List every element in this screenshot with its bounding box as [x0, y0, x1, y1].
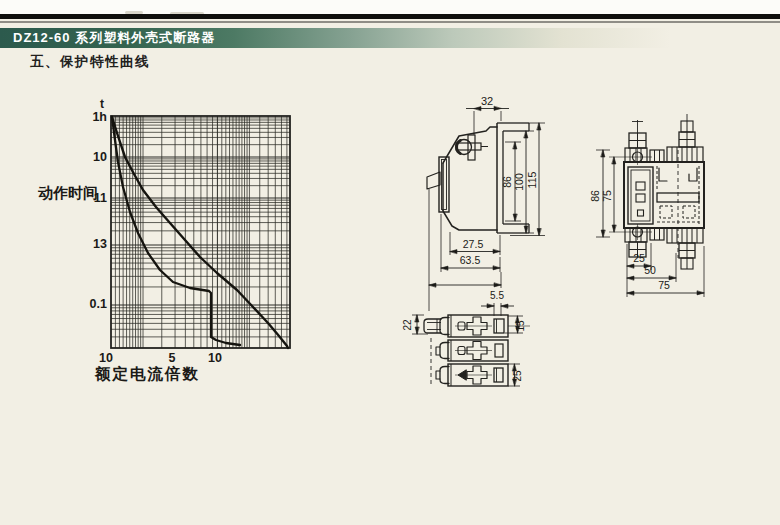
x-tick-10-right: 10: [208, 351, 222, 365]
bottom-view-drawing: 5.5152522: [402, 290, 530, 387]
dim-label: 32: [481, 95, 493, 107]
y-tick-10: 10: [76, 150, 107, 164]
dim-label: 50: [644, 264, 656, 276]
dim-label: 75: [658, 279, 670, 291]
x-axis-title: 额定电流倍数: [95, 364, 200, 385]
dim-label: 27.5: [463, 238, 484, 250]
line-art-canvas: 328610011527.563.586752550755.5152522: [0, 0, 780, 525]
front-view-drawing: 8675255075: [589, 114, 704, 297]
dim-label: 25: [633, 252, 645, 264]
y-tick-13: 13: [76, 237, 107, 251]
dim-label: 100: [513, 173, 525, 191]
dim-label: 86: [501, 176, 513, 188]
dim-label: 63.5: [460, 254, 481, 266]
y-axis-title-vertical: 动作时间: [38, 182, 55, 204]
y-tick-1h: 1h: [76, 110, 107, 124]
side-view-drawing: 328610011527.563.5: [427, 95, 545, 312]
dim-label: 5.5: [490, 290, 504, 301]
dim-label: 75: [601, 190, 613, 202]
dim-label: 115: [526, 171, 538, 188]
dim-label: 86: [589, 190, 601, 202]
y-axis-symbol: t: [100, 97, 104, 111]
dim-label: 25: [512, 370, 523, 382]
x-tick-10-left: 10: [99, 351, 113, 365]
x-tick-5: 5: [169, 351, 176, 365]
catalog-page: DZ12-60 系列塑料外壳式断路器 五、保护特性曲线 328610011527…: [0, 0, 780, 525]
y-tick-0-1: 0.1: [76, 297, 107, 311]
protection-curve-chart: [111, 116, 290, 348]
dim-label: 15: [515, 320, 526, 332]
dim-label: 22: [402, 319, 413, 331]
